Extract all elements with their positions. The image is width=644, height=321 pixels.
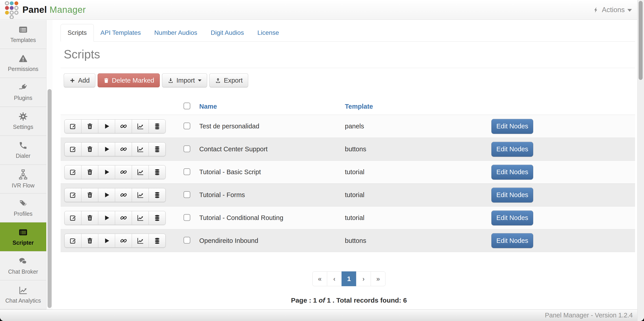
row-checkbox[interactable]: [184, 214, 190, 221]
row-checkbox[interactable]: [184, 146, 190, 152]
stats-row-button[interactable]: [132, 234, 149, 248]
run-row-button[interactable]: [98, 188, 115, 202]
edit-icon: [70, 214, 76, 221]
row-checkbox[interactable]: [184, 237, 190, 244]
sidebar-item-label: Profiles: [14, 210, 32, 217]
export-button[interactable]: Export: [209, 74, 248, 87]
data-row-button[interactable]: [148, 211, 166, 225]
data-row-button[interactable]: [148, 120, 166, 133]
run-row-button[interactable]: [98, 120, 115, 133]
run-row-button[interactable]: [98, 211, 115, 225]
pagination-next[interactable]: ›: [356, 272, 371, 286]
sidebar-item-plugins[interactable]: Plugins: [0, 78, 46, 107]
stats-row-button[interactable]: [132, 142, 149, 156]
chart-icon: [137, 192, 144, 198]
sidebar-item-settings[interactable]: Settings: [0, 107, 46, 136]
data-row-button[interactable]: [148, 165, 166, 179]
edit-nodes-button[interactable]: Edit Nodes: [492, 142, 533, 157]
pagination-last[interactable]: »: [371, 272, 386, 286]
stats-row-button[interactable]: [132, 188, 149, 202]
chart-icon: [137, 214, 144, 221]
sidebar-item-dialer[interactable]: Dialer: [0, 136, 46, 165]
scripts-table: Name Template Test de personalidad panel…: [60, 98, 635, 252]
add-button[interactable]: Add: [64, 74, 95, 87]
tab-number-audios[interactable]: Number Audios: [148, 24, 204, 41]
edit-nodes-button[interactable]: Edit Nodes: [492, 188, 533, 202]
sidebar-item-chat-broker[interactable]: Chat Broker: [0, 252, 46, 280]
run-row-button[interactable]: [98, 165, 115, 179]
delete-row-button[interactable]: [81, 188, 98, 202]
select-all-checkbox[interactable]: [184, 102, 190, 109]
page-info-prefix: Page :: [291, 296, 311, 304]
sidebar-item-label: Templates: [10, 37, 36, 43]
run-row-button[interactable]: [98, 234, 115, 248]
link-icon: [120, 146, 127, 153]
edit-row-button[interactable]: [64, 188, 82, 202]
run-row-button[interactable]: [98, 142, 115, 156]
edit-nodes-button[interactable]: Edit Nodes: [492, 165, 533, 180]
script-template: tutorial: [345, 214, 492, 222]
pagination-first[interactable]: «: [312, 272, 327, 286]
import-button[interactable]: Import: [162, 74, 207, 87]
plus-icon: [69, 78, 76, 84]
stats-row-button[interactable]: [132, 165, 149, 179]
name-column-header[interactable]: Name: [199, 103, 345, 110]
delete-row-button[interactable]: [81, 211, 98, 225]
edit-nodes-button[interactable]: Edit Nodes: [492, 233, 533, 248]
link-row-button[interactable]: [115, 211, 132, 225]
sidebar-item-ivr-flow[interactable]: IVR Flow: [0, 165, 46, 194]
edit-row-button[interactable]: [64, 120, 82, 133]
row-checkbox[interactable]: [184, 168, 190, 175]
sidebar-item-chat-analytics[interactable]: Chat Analytics: [0, 280, 46, 309]
plug-icon: [18, 83, 28, 92]
link-row-button[interactable]: [115, 142, 132, 156]
delete-row-button[interactable]: [81, 165, 98, 179]
tab-scripts[interactable]: Scripts: [60, 24, 94, 42]
sidebar-item-label: Scripter: [12, 240, 34, 246]
tab-license[interactable]: License: [251, 24, 286, 41]
edit-nodes-button[interactable]: Edit Nodes: [492, 119, 533, 134]
link-row-button[interactable]: [115, 120, 132, 133]
tab-digit-audios[interactable]: Digit Audios: [204, 24, 251, 41]
inner-scrollbar-thumb[interactable]: [48, 89, 52, 308]
main-content: Scripts API Templates Number Audios Digi…: [52, 20, 637, 309]
footer-bar: Panel Manager - Version 1.2.4: [0, 309, 644, 321]
sidebar-item-scripter[interactable]: Scripter: [0, 222, 46, 252]
stats-row-button[interactable]: [132, 120, 149, 133]
edit-row-button[interactable]: [64, 142, 82, 156]
link-row-button[interactable]: [115, 234, 132, 248]
page-info-current: 1: [313, 296, 317, 304]
play-icon: [103, 123, 110, 130]
sidebar-item-templates[interactable]: Templates: [0, 20, 46, 49]
delete-row-button[interactable]: [81, 142, 98, 156]
flowchart-icon: [18, 169, 28, 180]
stats-row-button[interactable]: [132, 211, 149, 225]
sidebar-item-label: Plugins: [14, 95, 32, 101]
brand-title-secondary: Manager: [50, 5, 86, 14]
template-column-header[interactable]: Template: [345, 103, 492, 110]
delete-row-button[interactable]: [81, 120, 98, 133]
row-checkbox[interactable]: [184, 191, 190, 198]
row-checkbox[interactable]: [184, 122, 190, 129]
trash-icon: [86, 214, 93, 221]
tab-api-templates[interactable]: API Templates: [94, 24, 148, 41]
data-row-button[interactable]: [148, 234, 166, 248]
edit-nodes-button[interactable]: Edit Nodes: [492, 210, 533, 225]
link-row-button[interactable]: [115, 188, 132, 202]
data-row-button[interactable]: [148, 142, 166, 156]
edit-row-button[interactable]: [64, 165, 82, 179]
edit-row-button[interactable]: [64, 211, 82, 225]
actions-dropdown[interactable]: Actions: [593, 6, 632, 14]
edit-icon: [70, 168, 76, 176]
main-scrollbar-thumb[interactable]: [638, 1, 643, 80]
delete-marked-button[interactable]: Delete Marked: [98, 74, 160, 87]
table-row: Contact Center Support buttons Edit Node…: [60, 138, 635, 160]
sidebar-item-permissions[interactable]: Permissions: [0, 49, 46, 78]
sidebar-item-profiles[interactable]: Profiles: [0, 194, 46, 222]
link-row-button[interactable]: [115, 165, 132, 179]
pagination-prev[interactable]: ‹: [327, 272, 342, 286]
delete-row-button[interactable]: [81, 234, 98, 248]
data-row-button[interactable]: [148, 188, 166, 202]
pagination-page-1[interactable]: 1: [342, 272, 356, 286]
edit-row-button[interactable]: [64, 234, 82, 248]
